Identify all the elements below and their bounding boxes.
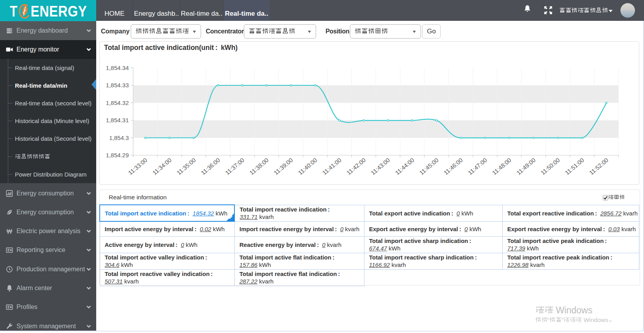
svg-text:11:38:00: 11:38:00 bbox=[248, 156, 270, 176]
svg-text:11:45:00: 11:45:00 bbox=[418, 156, 440, 176]
svg-text:11:44:00: 11:44:00 bbox=[394, 156, 415, 176]
svg-text:11:33:00: 11:33:00 bbox=[127, 156, 148, 176]
svg-text:1,854.31: 1,854.31 bbox=[106, 117, 129, 123]
svg-text:11:50:00: 11:50:00 bbox=[540, 156, 561, 176]
svg-text:1,854.29: 1,854.29 bbox=[106, 152, 129, 158]
svg-text:1,854.32: 1,854.32 bbox=[106, 99, 129, 106]
svg-text:11:40:00: 11:40:00 bbox=[297, 156, 318, 176]
svg-text:11:39:00: 11:39:00 bbox=[273, 156, 294, 176]
svg-text:11:34:00: 11:34:00 bbox=[151, 156, 173, 176]
svg-text:1,854.34: 1,854.34 bbox=[106, 64, 129, 71]
svg-text:11:51:00: 11:51:00 bbox=[564, 156, 585, 176]
svg-text:11:42:00: 11:42:00 bbox=[345, 156, 367, 176]
svg-text:11:37:00: 11:37:00 bbox=[224, 156, 245, 176]
svg-text:1,854.33: 1,854.33 bbox=[106, 82, 129, 88]
svg-text:11:52:00: 11:52:00 bbox=[588, 156, 609, 176]
svg-text:11:46:00: 11:46:00 bbox=[443, 156, 464, 176]
svg-text:11:48:00: 11:48:00 bbox=[491, 156, 512, 176]
svg-text:11:35:00: 11:35:00 bbox=[176, 156, 197, 176]
svg-text:11:43:00: 11:43:00 bbox=[370, 156, 391, 176]
svg-text:11:36:00: 11:36:00 bbox=[200, 156, 221, 176]
svg-text:1,854.3: 1,854.3 bbox=[109, 134, 129, 141]
svg-text:11:49:00: 11:49:00 bbox=[515, 156, 537, 176]
svg-text:11:47:00: 11:47:00 bbox=[467, 156, 488, 176]
svg-text:11:41:00: 11:41:00 bbox=[321, 156, 343, 176]
